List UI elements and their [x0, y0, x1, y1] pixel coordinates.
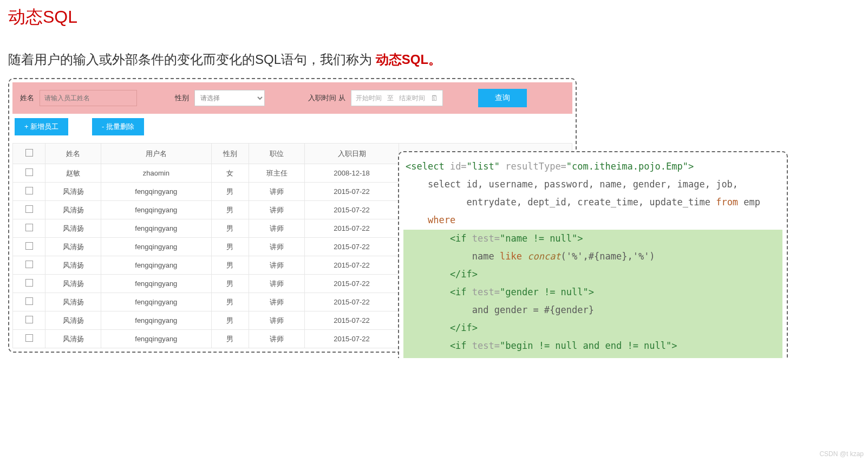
row-checkbox[interactable]: [25, 316, 33, 323]
cell-user: fengqingyang: [101, 219, 212, 238]
cell-job: 讲师: [249, 256, 305, 275]
cell-user: fengqingyang: [101, 311, 212, 330]
cell-gender: 男: [211, 238, 249, 256]
date-label: 入职时间 从: [308, 93, 345, 103]
cell-name: 风清扬: [45, 330, 101, 348]
col-name: 姓名: [45, 144, 101, 164]
row-checkbox[interactable]: [25, 261, 33, 268]
cell-date: 2015-07-22: [305, 183, 399, 201]
row-checkbox[interactable]: [25, 205, 33, 213]
cell-job: 讲师: [249, 293, 305, 311]
cell-user: fengqingyang: [101, 238, 212, 256]
col-date: 入职日期: [305, 144, 399, 164]
name-label: 姓名: [20, 93, 34, 103]
cell-name: 风清扬: [45, 219, 101, 238]
cell-job: 班主任: [249, 164, 305, 183]
row-checkbox[interactable]: [25, 297, 33, 305]
filter-bar: 姓名 性别 请选择 入职时间 从 开始时间 至 结束时间 查询: [12, 82, 572, 114]
cell-name: 风清扬: [45, 311, 101, 330]
cell-job: 讲师: [249, 238, 305, 256]
cell-job: 讲师: [249, 219, 305, 238]
date-to: 至: [387, 94, 394, 103]
cell-gender: 男: [211, 256, 249, 275]
row-checkbox[interactable]: [25, 334, 33, 342]
cell-job: 讲师: [249, 330, 305, 348]
cell-date: 2015-07-22: [305, 238, 399, 256]
date-start: 开始时间: [356, 94, 382, 103]
date-end: 结束时间: [399, 94, 425, 103]
row-checkbox[interactable]: [25, 279, 33, 287]
cell-user: fengqingyang: [101, 275, 212, 293]
cell-gender: 女: [211, 164, 249, 183]
subtitle-text: 随着用户的输入或外部条件的变化而变化的SQL语句，我们称为: [8, 52, 376, 67]
cell-name: 风清扬: [45, 183, 101, 201]
cell-user: fengqingyang: [101, 201, 212, 219]
action-row: + 新增员工 - 批量删除: [12, 114, 572, 143]
cell-date: 2015-07-22: [305, 201, 399, 219]
cell-name: 风清扬: [45, 256, 101, 275]
cell-gender: 男: [211, 275, 249, 293]
cell-user: fengqingyang: [101, 183, 212, 201]
cell-user: fengqingyang: [101, 330, 212, 348]
col-user: 用户名: [101, 144, 212, 164]
cell-date: 2015-07-22: [305, 219, 399, 238]
col-gender: 性别: [211, 144, 249, 164]
cell-gender: 男: [211, 183, 249, 201]
row-checkbox[interactable]: [25, 224, 33, 231]
row-checkbox[interactable]: [25, 187, 33, 194]
query-button[interactable]: 查询: [478, 89, 527, 107]
select-all-checkbox[interactable]: [25, 149, 33, 157]
cell-name: 风清扬: [45, 275, 101, 293]
cell-job: 讲师: [249, 201, 305, 219]
cell-job: 讲师: [249, 311, 305, 330]
cell-date: 2015-07-22: [305, 256, 399, 275]
gender-select[interactable]: 请选择: [194, 90, 265, 106]
add-employee-button[interactable]: + 新增员工: [15, 118, 68, 135]
col-job: 职位: [249, 144, 305, 164]
cell-date: 2015-07-22: [305, 275, 399, 293]
cell-date: 2008-12-18: [305, 164, 399, 183]
cell-date: 2015-07-22: [305, 311, 399, 330]
cell-user: zhaomin: [101, 164, 212, 183]
date-range-input[interactable]: 开始时间 至 结束时间: [351, 90, 443, 106]
cell-job: 讲师: [249, 275, 305, 293]
cell-gender: 男: [211, 311, 249, 330]
cell-gender: 男: [211, 293, 249, 311]
cell-user: fengqingyang: [101, 293, 212, 311]
cell-gender: 男: [211, 219, 249, 238]
subtitle-em: 动态SQL。: [376, 52, 441, 67]
cell-name: 风清扬: [45, 293, 101, 311]
cell-name: 赵敏: [45, 164, 101, 183]
cell-name: 风清扬: [45, 201, 101, 219]
cell-date: 2015-07-22: [305, 330, 399, 348]
subtitle: 随着用户的输入或外部条件的变化而变化的SQL语句，我们称为 动态SQL。: [8, 51, 860, 68]
row-checkbox[interactable]: [25, 242, 33, 250]
cell-date: 2015-07-22: [305, 293, 399, 311]
page-title: 动态SQL: [8, 5, 860, 29]
calendar-icon: [430, 94, 438, 102]
gender-label: 性别: [175, 93, 189, 103]
cell-user: fengqingyang: [101, 256, 212, 275]
cell-gender: 男: [211, 201, 249, 219]
cell-job: 讲师: [249, 183, 305, 201]
name-input[interactable]: [40, 90, 137, 106]
code-panel: <select id="list" resultType="com.itheim…: [398, 151, 788, 358]
bulk-delete-button[interactable]: - 批量删除: [92, 118, 144, 135]
code-block: <select id="list" resultType="com.itheim…: [403, 158, 782, 358]
cell-gender: 男: [211, 330, 249, 348]
row-checkbox[interactable]: [25, 168, 33, 176]
cell-name: 风清扬: [45, 238, 101, 256]
